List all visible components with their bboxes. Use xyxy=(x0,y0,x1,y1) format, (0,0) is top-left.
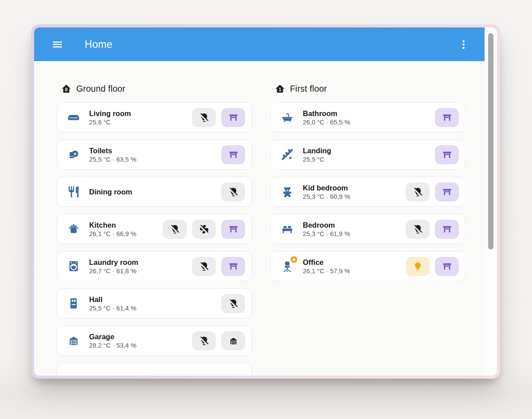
fan-off-icon xyxy=(199,224,209,234)
room-card[interactable]: Kitchen 26,1 °C · 66,9 % xyxy=(57,214,252,244)
room-text: Kitchen 26,1 °C · 66,9 % xyxy=(89,221,158,238)
lightbulb-off-icon xyxy=(199,336,209,346)
table-button[interactable] xyxy=(435,220,459,239)
room-actions xyxy=(192,257,245,276)
light-off-button[interactable] xyxy=(221,182,245,202)
room-card[interactable]: Hall 25,5 °C · 61,4 % xyxy=(57,288,252,318)
light-off-button[interactable] xyxy=(163,220,187,239)
room-name: Kitchen xyxy=(89,221,158,230)
room-card[interactable]: Dining room xyxy=(57,177,252,207)
silverware-icon xyxy=(67,185,80,198)
table-button[interactable] xyxy=(221,257,245,276)
fan-off-button[interactable] xyxy=(192,220,216,239)
room-card[interactable]: Laundry room 26,7 °C · 61,8 % xyxy=(57,251,252,281)
room-actions xyxy=(163,220,245,239)
room-list: Living room 25,6 °C Toilets 25,5 °C · 63… xyxy=(57,102,252,376)
room-card[interactable]: Bedroom 25,3 °C · 61,9 % xyxy=(270,214,466,244)
room-name: Kid bedroom xyxy=(303,183,401,193)
floor-columns: 0 Ground floor Living room 25,6 °C Toile… xyxy=(57,83,466,376)
room-name: Living room xyxy=(89,109,188,118)
room-card[interactable]: Bathroom 26,0 °C · 65,5 % xyxy=(270,102,466,132)
table-icon xyxy=(442,150,452,160)
toilet-paper-icon xyxy=(67,148,80,161)
room-name: Laundry room xyxy=(89,258,188,267)
room-status: 26,1 °C · 66,9 % xyxy=(89,230,158,237)
garage-door-button[interactable] xyxy=(221,331,245,350)
light-off-button[interactable] xyxy=(192,257,216,276)
scrollbar-track[interactable] xyxy=(485,27,497,376)
table-button[interactable] xyxy=(435,257,459,276)
lightbulb-off-icon xyxy=(199,261,209,272)
room-status: 25,5 °C xyxy=(303,156,430,163)
scrollbar-thumb[interactable] xyxy=(488,33,493,249)
light-on-button[interactable] xyxy=(406,257,430,276)
room-name: Landing xyxy=(303,146,430,155)
pot-icon xyxy=(67,222,80,236)
room-text: Living room 25,6 °C xyxy=(89,109,188,126)
hamburger-menu-icon xyxy=(51,39,63,50)
stairs-icon xyxy=(281,148,294,161)
lightbulb-on-icon xyxy=(413,261,423,272)
light-off-button[interactable] xyxy=(192,108,216,127)
garage-icon xyxy=(228,336,239,346)
light-off-button[interactable] xyxy=(221,294,245,313)
lightbulb-off-icon xyxy=(413,224,423,234)
room-card[interactable]: Landing 25,5 °C xyxy=(270,140,466,170)
table-button[interactable] xyxy=(435,108,459,127)
floor-label: Ground floor xyxy=(76,84,125,94)
office-chair-icon xyxy=(281,260,294,273)
light-off-button[interactable] xyxy=(406,220,430,239)
room-text: Bedroom 25,3 °C · 61,9 % xyxy=(303,221,401,238)
overflow-menu-button[interactable] xyxy=(457,38,469,50)
table-button[interactable] xyxy=(221,145,245,164)
table-button[interactable] xyxy=(221,108,245,127)
table-icon xyxy=(442,261,452,272)
lightbulb-off-icon xyxy=(199,113,209,123)
home-floor-1-icon: 1 xyxy=(275,84,285,94)
floor-heading: 0 Ground floor xyxy=(57,83,252,94)
room-actions xyxy=(221,145,245,164)
sofa-icon xyxy=(67,111,80,124)
lightbulb-off-icon xyxy=(228,187,239,197)
lightbulb-off-icon xyxy=(413,187,423,197)
table-icon xyxy=(442,113,452,123)
dashboard-content: 0 Ground floor Living room 25,6 °C Toile… xyxy=(34,61,485,376)
room-name: Office xyxy=(303,258,401,267)
garage-icon xyxy=(67,334,80,347)
light-off-button[interactable] xyxy=(406,182,430,202)
room-card-partial[interactable] xyxy=(57,363,252,376)
light-off-button[interactable] xyxy=(192,331,216,350)
room-status: 25,3 °C · 61,9 % xyxy=(303,230,401,237)
room-card[interactable]: Garage 28,2 °C · 53,4 % xyxy=(57,326,252,356)
home-badge-icon xyxy=(290,256,297,263)
room-card[interactable]: Kid bedroom 25,3 °C · 60,9 % xyxy=(270,177,466,207)
room-card[interactable]: Living room 25,6 °C xyxy=(57,102,252,132)
svg-text:1: 1 xyxy=(279,87,282,92)
table-icon xyxy=(228,224,239,234)
room-text: Garage 28,2 °C · 53,4 % xyxy=(89,332,188,349)
app-window-inner: Home 0 Ground floor Living room 25,6 °C … xyxy=(34,27,497,376)
room-text: Kid bedroom 25,3 °C · 60,9 % xyxy=(303,183,401,201)
room-card[interactable]: Toilets 25,5 °C · 63,5 % xyxy=(57,140,252,170)
room-actions xyxy=(435,108,459,127)
room-card[interactable]: Office 26,1 °C · 57,9 % xyxy=(270,251,466,281)
room-text: Toilets 25,5 °C · 63,5 % xyxy=(89,146,217,163)
table-icon xyxy=(228,261,239,272)
floor-label: First floor xyxy=(290,84,327,94)
table-icon xyxy=(442,187,452,197)
dots-vertical-icon xyxy=(458,39,469,50)
washing-machine-icon xyxy=(67,260,80,273)
room-name: Garage xyxy=(89,332,188,341)
bath-icon xyxy=(281,111,294,124)
page-title: Home xyxy=(85,39,457,50)
floor-heading: 1 First floor xyxy=(270,83,466,94)
room-name: Bathroom xyxy=(303,109,430,118)
table-button[interactable] xyxy=(435,145,459,164)
table-button[interactable] xyxy=(435,182,459,202)
menu-button[interactable] xyxy=(51,38,63,50)
table-icon xyxy=(442,224,452,234)
room-actions xyxy=(406,257,459,276)
room-status: 25,5 °C · 61,4 % xyxy=(89,305,217,312)
room-actions xyxy=(221,182,245,202)
table-button[interactable] xyxy=(221,220,245,239)
